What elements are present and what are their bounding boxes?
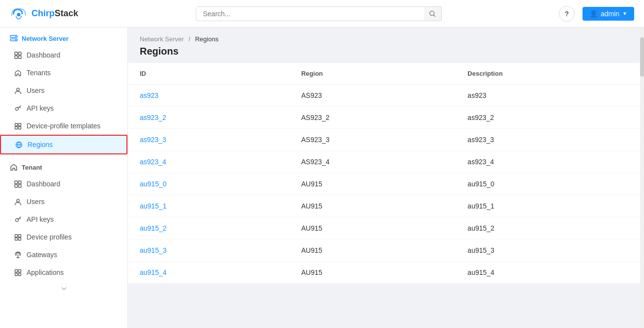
cell-region: AS923_3 (289, 129, 456, 151)
sidebar-item-dashboard-tenant[interactable]: Dashboard (0, 175, 127, 193)
sidebar-item-users-ns[interactable]: Users (0, 82, 127, 99)
table-row: au915_4 AU915 au915_4 (128, 262, 644, 284)
user-t-icon (14, 198, 22, 206)
applications-icon (14, 268, 22, 276)
search-wrapper (196, 6, 442, 21)
sidebar-label-api-keys-ns: API keys (27, 104, 54, 112)
api-keys-t-icon (14, 215, 22, 223)
scrollbar-track[interactable] (640, 28, 644, 328)
tenants-icon (14, 69, 22, 77)
sidebar-item-gateways-tenant[interactable]: Gateways (0, 246, 127, 264)
region-link[interactable]: as923 (140, 91, 158, 99)
region-link[interactable]: as923_3 (140, 136, 166, 144)
region-link[interactable]: au915_1 (140, 202, 167, 210)
cell-description: au915_1 (456, 195, 644, 217)
device-profile-templates-icon (14, 122, 22, 130)
sidebar-item-tenants[interactable]: Tenants (0, 64, 127, 82)
home-icon (10, 163, 18, 171)
cell-id: as923 (128, 85, 289, 107)
svg-rect-18 (15, 181, 18, 184)
cell-description: au915_0 (456, 173, 644, 195)
col-header-region: Region (289, 63, 456, 85)
region-link[interactable]: au915_3 (140, 246, 167, 254)
table-body: as923 AS923 as923 as923_2 AS923_2 as923_… (128, 85, 644, 284)
api-keys-icon (14, 104, 22, 112)
sidebar-item-applications-tenant[interactable]: Applications (0, 264, 127, 281)
user-menu-button[interactable]: 👤 admin ▼ (583, 7, 634, 21)
sidebar-label-device-profile-templates: Device-profile templates (27, 122, 100, 130)
sidebar-label-regions: Regions (28, 141, 53, 149)
regions-table-container: ID Region Description as923 AS923 as923 … (128, 63, 644, 284)
region-link[interactable]: au915_2 (140, 224, 167, 232)
svg-rect-20 (15, 184, 18, 187)
svg-rect-8 (15, 56, 18, 59)
cell-region: AU915 (289, 239, 456, 262)
table-header-row: ID Region Description (128, 63, 644, 85)
table-row: au915_2 AU915 au915_2 (128, 217, 644, 239)
region-link[interactable]: au915_0 (140, 180, 167, 188)
col-header-id: ID (128, 63, 289, 85)
table-row: as923 AS923 as923 (128, 85, 644, 107)
svg-point-5 (15, 39, 16, 40)
svg-rect-13 (15, 126, 17, 129)
breadcrumb-parent[interactable]: Network Server (140, 35, 184, 43)
table-row: as923_3 AS923_3 as923_3 (128, 129, 644, 151)
table-row: au915_1 AU915 au915_1 (128, 195, 644, 217)
cell-description: au915_3 (456, 239, 644, 262)
sidebar: Network Server Dashboard Tenants Users (0, 28, 128, 328)
region-link[interactable]: as923_2 (140, 114, 166, 121)
sidebar-item-api-keys-tenant[interactable]: API keys (0, 210, 127, 228)
cell-description: au915_2 (456, 217, 644, 239)
sidebar-scroll-down[interactable] (0, 281, 127, 296)
region-link[interactable]: au915_4 (140, 268, 167, 276)
layout: Network Server Dashboard Tenants Users (0, 28, 644, 328)
sidebar-item-users-tenant[interactable]: Users (0, 193, 127, 210)
breadcrumb-current: Regions (195, 35, 218, 43)
svg-rect-21 (18, 184, 21, 187)
cell-region: AU915 (289, 173, 456, 195)
svg-rect-19 (18, 181, 21, 184)
svg-point-28 (17, 255, 18, 256)
cell-region: AU915 (289, 262, 456, 284)
sidebar-label-users-tenant: Users (27, 198, 45, 206)
cell-description: au915_4 (456, 262, 644, 284)
table-row: au915_3 AU915 au915_3 (128, 239, 644, 262)
sidebar-label-gateways-tenant: Gateways (27, 251, 57, 259)
sidebar-section-tenant: Tenant (0, 156, 127, 175)
sidebar-label-users-ns: Users (27, 87, 45, 94)
breadcrumb-separator: / (188, 35, 190, 43)
chevron-down-icon: ▼ (622, 11, 627, 16)
region-link[interactable]: as923_4 (140, 158, 166, 166)
gateways-icon (14, 251, 22, 259)
sidebar-item-device-profiles-tenant[interactable]: Device profiles (0, 228, 127, 246)
search-icon (429, 10, 436, 17)
dashboard-t-icon (14, 180, 22, 188)
logo[interactable]: ChirpStack (10, 7, 78, 21)
regions-table: ID Region Description as923 AS923 as923 … (128, 63, 644, 284)
svg-rect-9 (18, 56, 21, 59)
svg-rect-30 (18, 269, 21, 272)
cell-id: au915_4 (128, 262, 289, 284)
breadcrumb: Network Server / Regions (140, 35, 632, 43)
chevron-down-icon (61, 285, 67, 292)
search-input[interactable] (196, 6, 442, 21)
cell-region: AS923_2 (289, 107, 456, 129)
dashboard-icon (14, 51, 22, 59)
sidebar-label-dashboard-tenant: Dashboard (27, 180, 61, 188)
sidebar-section-network-server: Network Server (0, 28, 127, 46)
cell-region: AU915 (289, 195, 456, 217)
sidebar-item-api-keys-ns[interactable]: API keys (0, 99, 127, 117)
user-icon: 👤 (589, 10, 598, 18)
table-row: as923_4 AS923_4 as923_4 (128, 151, 644, 173)
svg-rect-15 (18, 126, 21, 129)
cell-id: au915_1 (128, 195, 289, 217)
cell-description: as923_2 (456, 107, 644, 129)
table-row: au915_0 AU915 au915_0 (128, 173, 644, 195)
search-button[interactable] (424, 6, 442, 21)
scrollbar-thumb[interactable] (640, 37, 644, 77)
sidebar-label-api-keys-tenant: API keys (27, 215, 54, 223)
help-button[interactable]: ? (559, 6, 575, 22)
sidebar-item-device-profile-templates[interactable]: Device-profile templates (0, 117, 127, 135)
sidebar-item-dashboard-ns[interactable]: Dashboard (0, 46, 127, 64)
sidebar-item-regions[interactable]: Regions (0, 135, 127, 154)
